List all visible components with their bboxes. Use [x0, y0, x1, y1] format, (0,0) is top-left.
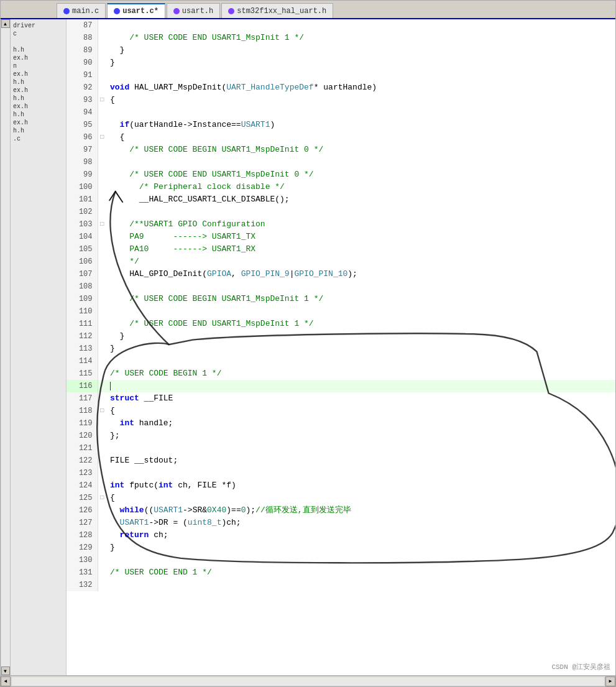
- fold-marker: [98, 454, 106, 467]
- line-code[interactable]: struct __FILE: [106, 392, 615, 405]
- scroll-down-btn[interactable]: ▼: [1, 666, 10, 675]
- code-editor[interactable]: 87 88 /* USER CODE END USART1_MspInit 1 …: [67, 19, 615, 675]
- scroll-track-h[interactable]: [12, 677, 604, 686]
- sidebar-label-exh3[interactable]: ex.h: [11, 86, 66, 95]
- line-code[interactable]: /**USART1 GPIO Configuration: [106, 218, 615, 231]
- line-code[interactable]: }: [106, 57, 615, 69]
- table-row: 103 □ /**USART1 GPIO Configuration: [67, 218, 615, 231]
- vertical-scrollbar[interactable]: ▲ ▼: [1, 19, 11, 675]
- horizontal-scrollbar[interactable]: ◄ ►: [1, 675, 615, 686]
- line-number: 118: [67, 405, 98, 417]
- line-code[interactable]: {: [106, 94, 615, 106]
- tab-stm32-h[interactable]: stm32f1xx_hal_uart.h: [221, 3, 333, 18]
- fold-marker: [98, 367, 106, 380]
- line-number: 128: [67, 529, 98, 542]
- line-code[interactable]: /* USER CODE END 1 */: [106, 566, 615, 579]
- line-code[interactable]: [106, 355, 615, 367]
- tab-usart-h[interactable]: usart.h: [167, 3, 220, 18]
- line-code[interactable]: if(uartHandle->Instance==USART1): [106, 119, 615, 131]
- line-code[interactable]: }: [106, 343, 615, 355]
- line-code[interactable]: [106, 69, 615, 81]
- line-code[interactable]: }: [106, 44, 615, 57]
- sidebar-label-hh4[interactable]: h.h: [11, 111, 66, 119]
- line-code[interactable]: };: [106, 430, 615, 442]
- line-code[interactable]: HAL_GPIO_DeInit(GPIOA, GPIO_PIN_9|GPIO_P…: [106, 268, 615, 280]
- fold-marker: [98, 206, 106, 218]
- fold-marker: [98, 554, 106, 566]
- tab-main-c[interactable]: main.c: [57, 3, 106, 18]
- line-code[interactable]: int handle;: [106, 417, 615, 430]
- scroll-up-btn[interactable]: ▲: [1, 19, 10, 28]
- line-code[interactable]: [106, 442, 615, 454]
- line-code[interactable]: FILE __stdout;: [106, 454, 615, 467]
- line-code[interactable]: void HAL_UART_MspDeInit(UART_HandleTypeD…: [106, 81, 615, 94]
- sidebar-label-hh3[interactable]: h.h: [11, 95, 66, 103]
- sidebar-label-driver[interactable]: driver: [11, 22, 66, 30]
- line-code[interactable]: return ch;: [106, 529, 615, 542]
- sidebar-label-exh2[interactable]: ex.h: [11, 70, 66, 78]
- line-code[interactable]: {: [106, 131, 615, 144]
- table-row: 129 }: [67, 542, 615, 554]
- line-code[interactable]: /* USER CODE END USART1_MspInit 1 */: [106, 32, 615, 44]
- sidebar-label-exh5[interactable]: ex.h: [11, 119, 66, 127]
- sidebar-label-hh2[interactable]: h.h: [11, 78, 66, 86]
- line-code[interactable]: int fputc(int ch, FILE *f): [106, 479, 615, 492]
- line-number: 113: [67, 343, 98, 355]
- line-code[interactable]: while((USART1->SR&0X40)==0);//循环发送,直到发送完…: [106, 504, 615, 517]
- line-number: 122: [67, 454, 98, 467]
- line-code[interactable]: __HAL_RCC_USART1_CLK_DISABLE();: [106, 193, 615, 206]
- line-code[interactable]: {: [106, 405, 615, 417]
- line-code[interactable]: USART1->DR = (uint8_t)ch;: [106, 517, 615, 529]
- line-code[interactable]: }: [106, 542, 615, 554]
- line-number: 104: [67, 231, 98, 243]
- table-row: 97 /* USER CODE BEGIN USART1_MspDeInit 0…: [67, 144, 615, 156]
- sidebar-label-exh1[interactable]: ex.h: [11, 54, 66, 62]
- line-code[interactable]: [106, 554, 615, 566]
- table-row: 112 }: [67, 330, 615, 343]
- sidebar-label-c[interactable]: c: [11, 30, 66, 38]
- scroll-track-v[interactable]: [1, 28, 10, 666]
- sidebar-label-hh5[interactable]: h.h: [11, 127, 66, 135]
- fold-marker: [98, 106, 106, 119]
- table-row: 128 return ch;: [67, 529, 615, 542]
- sidebar-label-hh[interactable]: h.h: [11, 46, 66, 54]
- line-code[interactable]: [106, 156, 615, 168]
- sidebar-label-dotc[interactable]: .c: [11, 135, 66, 143]
- scroll-right-btn[interactable]: ►: [605, 676, 615, 686]
- line-code[interactable]: [106, 280, 615, 293]
- line-code[interactable]: [106, 206, 615, 218]
- line-number: 110: [67, 305, 98, 318]
- line-code[interactable]: /* USER CODE BEGIN USART1_MspDeInit 1 */: [106, 293, 615, 305]
- line-code[interactable]: /* USER CODE BEGIN 1 */: [106, 367, 615, 380]
- line-code[interactable]: [106, 19, 615, 32]
- line-code[interactable]: */: [106, 256, 615, 268]
- sidebar-label-exh4[interactable]: ex.h: [11, 103, 66, 111]
- tab-usart-c[interactable]: usart.c*: [107, 3, 165, 18]
- line-code[interactable]: [106, 380, 615, 392]
- line-code[interactable]: }: [106, 330, 615, 343]
- line-number: 99: [67, 168, 98, 181]
- line-code[interactable]: [106, 305, 615, 318]
- table-row: 110: [67, 305, 615, 318]
- line-code[interactable]: [106, 579, 615, 591]
- line-code[interactable]: [106, 467, 615, 479]
- line-number: 129: [67, 542, 98, 554]
- line-code[interactable]: /* USER CODE END USART1_MspDeInit 0 */: [106, 168, 615, 181]
- fold-marker: □: [98, 131, 106, 144]
- line-code[interactable]: PA10 ------> USART1_RX: [106, 243, 615, 256]
- line-code[interactable]: /* USER CODE END USART1_MspDeInit 1 */: [106, 318, 615, 330]
- line-code[interactable]: /* USER CODE BEGIN USART1_MspDeInit 0 */: [106, 144, 615, 156]
- line-number: 105: [67, 243, 98, 256]
- line-number: 130: [67, 554, 98, 566]
- line-code[interactable]: {: [106, 492, 615, 504]
- line-number: 132: [67, 579, 98, 591]
- line-code[interactable]: /* Peripheral clock disable */: [106, 181, 615, 193]
- main-window: main.c usart.c* usart.h stm32f1xx_hal_ua…: [0, 0, 616, 687]
- sidebar-label-n[interactable]: n: [11, 62, 66, 70]
- line-code[interactable]: PA9 ------> USART1_TX: [106, 231, 615, 243]
- table-row: 115 /* USER CODE BEGIN 1 */: [67, 367, 615, 380]
- scroll-left-btn[interactable]: ◄: [1, 676, 11, 686]
- table-row: 102: [67, 206, 615, 218]
- line-code[interactable]: [106, 106, 615, 119]
- fold-marker: [98, 231, 106, 243]
